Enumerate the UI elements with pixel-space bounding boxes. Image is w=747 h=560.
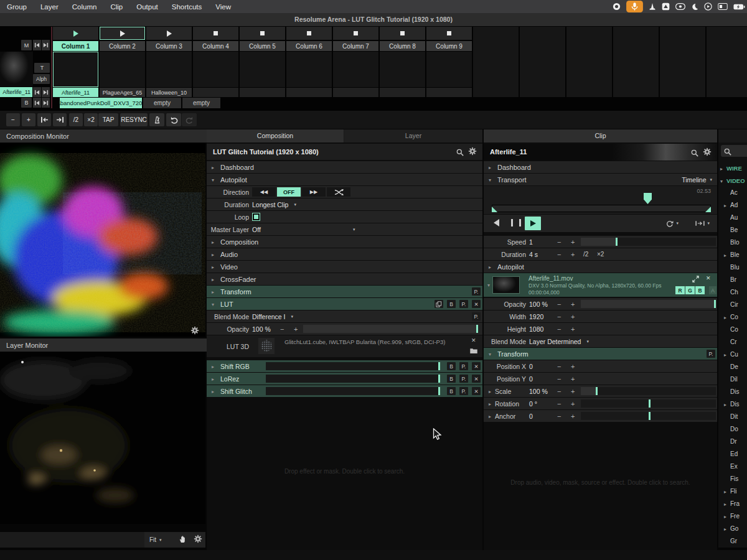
layer-mute-button[interactable]: M bbox=[21, 40, 32, 50]
bpm-resync-button[interactable]: RESYNC bbox=[120, 113, 148, 126]
folder-icon[interactable] bbox=[470, 348, 477, 353]
play-button[interactable] bbox=[525, 217, 541, 230]
column-trigger-7[interactable] bbox=[333, 27, 378, 40]
decrement-button[interactable]: − bbox=[557, 310, 561, 322]
column-label-8[interactable]: Column 8 bbox=[380, 41, 425, 51]
expand-arrow-icon[interactable]: ▸ bbox=[212, 164, 214, 170]
pan-hand-button[interactable] bbox=[179, 534, 186, 546]
column-label-3[interactable]: Column 3 bbox=[146, 41, 192, 51]
browser-effect-item[interactable]: Fre bbox=[730, 513, 740, 520]
browser-effect-item[interactable]: Fis bbox=[730, 475, 738, 482]
decrement-button[interactable]: − bbox=[557, 360, 561, 372]
layer-prev-button[interactable] bbox=[33, 40, 41, 50]
file-thumbnail[interactable] bbox=[492, 276, 520, 294]
undo-button[interactable] bbox=[166, 113, 181, 126]
expand-arrow-icon[interactable]: ▸ bbox=[489, 164, 491, 170]
bypass-button[interactable]: B bbox=[447, 300, 456, 308]
menu-clip[interactable]: Clip bbox=[103, 0, 129, 13]
slider-track[interactable] bbox=[581, 399, 716, 408]
decrement-button[interactable]: − bbox=[557, 248, 561, 260]
decrement-button[interactable]: − bbox=[557, 373, 561, 385]
browser-effect-item[interactable]: Ad bbox=[730, 202, 738, 208]
layerb-bypass-button[interactable]: B bbox=[21, 98, 32, 108]
record-icon[interactable] bbox=[613, 2, 621, 11]
channel-r-button[interactable]: R bbox=[675, 286, 685, 294]
browser-effect-item[interactable]: Ex bbox=[730, 463, 738, 470]
slider-handle[interactable] bbox=[596, 387, 598, 395]
skip-back-icon[interactable] bbox=[34, 42, 40, 48]
param-button[interactable]: P. bbox=[707, 350, 715, 358]
vlc-cone-icon[interactable] bbox=[649, 2, 656, 11]
column-label-9[interactable]: Column 9 bbox=[426, 41, 472, 51]
bpm-2-button[interactable]: ×2 bbox=[84, 113, 98, 126]
obs-icon[interactable] bbox=[662, 2, 670, 11]
search-icon[interactable] bbox=[456, 147, 464, 159]
row-value[interactable]: 1080 bbox=[529, 323, 543, 335]
browser-effect-item[interactable]: Co bbox=[730, 326, 738, 333]
collapse-arrow-icon[interactable]: ▾ bbox=[489, 177, 491, 182]
expand-arrow-icon[interactable]: ▸ bbox=[212, 376, 214, 381]
increment-button[interactable]: + bbox=[571, 398, 575, 409]
channel-a-button[interactable]: A bbox=[709, 286, 716, 294]
menu-shortcuts[interactable]: Shortcuts bbox=[165, 0, 209, 13]
tab-clip[interactable]: Clip bbox=[484, 129, 717, 142]
layer-preview-thumb[interactable] bbox=[0, 52, 33, 86]
row-value[interactable]: 1920 bbox=[529, 310, 543, 322]
battery-icon[interactable] bbox=[733, 4, 745, 10]
clip-name-8[interactable] bbox=[380, 88, 425, 97]
clip-name-3[interactable]: Halloween_10 bbox=[146, 88, 192, 97]
param-button[interactable]: P. bbox=[459, 362, 468, 370]
item-arrow-icon[interactable]: ▸ bbox=[724, 502, 726, 507]
decrement-button[interactable]: − bbox=[557, 385, 561, 397]
control-strip-icon[interactable] bbox=[718, 3, 728, 10]
browser-search-input[interactable] bbox=[721, 145, 747, 157]
slider-handle[interactable] bbox=[649, 412, 651, 420]
increment-button[interactable]: + bbox=[571, 385, 575, 397]
menu-view[interactable]: View bbox=[209, 0, 238, 13]
effect-opacity-slider[interactable] bbox=[266, 362, 440, 370]
expand-arrow-icon[interactable]: ▸ bbox=[212, 264, 214, 269]
browser-effect-item[interactable]: Ed bbox=[730, 450, 738, 457]
clip-name-4[interactable] bbox=[193, 88, 238, 97]
skip-back-icon[interactable] bbox=[34, 100, 40, 106]
gear-icon[interactable] bbox=[703, 147, 712, 159]
increment-button[interactable]: + bbox=[571, 310, 575, 322]
column-trigger-5[interactable] bbox=[240, 27, 285, 40]
clip-cell-9[interactable] bbox=[426, 52, 472, 87]
dropdown-value[interactable]: Layer Determined▾ bbox=[529, 335, 589, 347]
expand-arrow-icon[interactable]: ▸ bbox=[489, 413, 491, 419]
direction-backward-button[interactable]: ◀◀ bbox=[252, 187, 276, 197]
channel-g-button[interactable]: G bbox=[685, 286, 695, 294]
browser-effect-item[interactable]: Ac bbox=[730, 189, 738, 196]
browser-group-wire[interactable]: WIRE bbox=[726, 165, 742, 172]
row-value[interactable]: 0 ° bbox=[529, 398, 537, 409]
column-label-1[interactable]: Column 1 bbox=[53, 41, 98, 51]
browser-effect-item[interactable]: Dr bbox=[730, 438, 737, 445]
browser-effect-item[interactable]: Go bbox=[730, 525, 738, 532]
decrement-button[interactable]: − bbox=[557, 236, 561, 248]
close-icon[interactable]: ✕ bbox=[706, 275, 711, 281]
layerb-empty-slot-1[interactable]: empty bbox=[143, 98, 181, 108]
pause-button[interactable] bbox=[511, 219, 521, 226]
increment-button[interactable]: + bbox=[571, 373, 575, 385]
tab-composition[interactable]: Composition bbox=[207, 129, 344, 142]
row-value[interactable]: 100 % bbox=[529, 385, 548, 397]
loop-checkbox[interactable] bbox=[252, 213, 260, 221]
decrement-button[interactable]: − bbox=[557, 323, 561, 335]
column-label-7[interactable]: Column 7 bbox=[333, 41, 378, 51]
clip-cell-5[interactable] bbox=[240, 52, 285, 87]
microphone-icon[interactable] bbox=[626, 1, 643, 12]
browser-effect-item[interactable]: Be bbox=[730, 226, 738, 233]
search-icon[interactable] bbox=[691, 148, 698, 159]
column-trigger-9[interactable] bbox=[426, 27, 472, 40]
slider-track[interactable] bbox=[581, 387, 716, 395]
expand-arrow-icon[interactable]: ▸ bbox=[212, 239, 214, 245]
monitor-settings-button[interactable] bbox=[194, 534, 202, 546]
lut-thumbnail[interactable] bbox=[258, 338, 275, 354]
close-icon[interactable]: ✕ bbox=[472, 375, 481, 383]
expand-arrow-icon[interactable]: ▸ bbox=[212, 363, 214, 369]
clip-name-5[interactable] bbox=[240, 88, 285, 97]
transport-mode-dropdown[interactable]: Timeline▾ bbox=[682, 174, 712, 185]
decrement-button[interactable]: − bbox=[557, 398, 561, 409]
play-direction-dropdown[interactable]: ▾ bbox=[695, 215, 710, 232]
